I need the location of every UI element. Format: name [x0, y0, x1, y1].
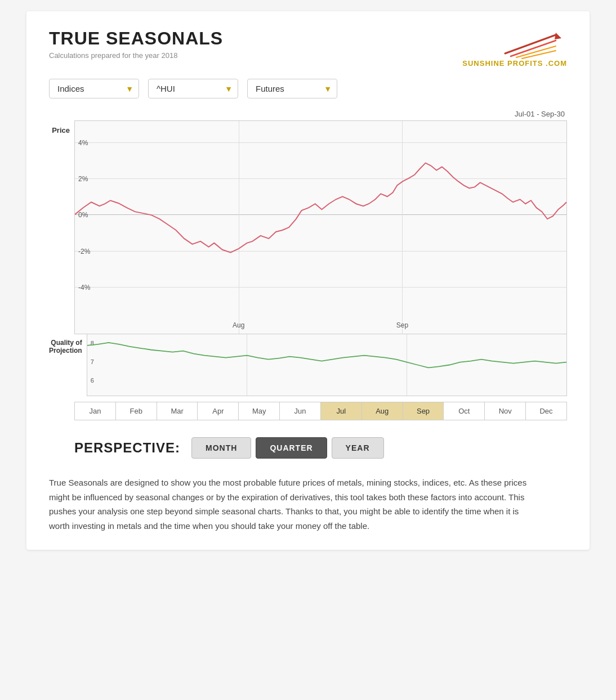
type-dropdown[interactable]: Futures Spot Options — [247, 79, 337, 98]
qop-inner: 8 7 6 — [87, 334, 567, 396]
qop-container: Quality ofProjection 8 7 6 — [49, 334, 567, 396]
price-chart-container: Price 4% 2% 0% -2% -4% — [49, 120, 567, 334]
logo-text: SUNSHINE PROFITS .COM — [462, 59, 567, 68]
header: TRUE SEASONALS Calculations prepared for… — [49, 28, 567, 68]
category-dropdown[interactable]: Indices Metals Stocks — [49, 79, 139, 98]
dropdowns-row: Indices Metals Stocks ▼ ^HUI ^GOLD ^SPX … — [49, 79, 567, 98]
month-jul[interactable]: Jul — [321, 402, 362, 420]
qop-svg — [87, 334, 566, 396]
type-dropdown-wrapper: Futures Spot Options ▼ — [247, 79, 337, 98]
date-range: Jul-01 - Sep-30 — [49, 110, 565, 118]
page-title: TRUE SEASONALS — [49, 28, 223, 49]
month-feb[interactable]: Feb — [116, 402, 157, 420]
month-apr[interactable]: Apr — [198, 402, 239, 420]
svg-line-0 — [505, 35, 556, 53]
price-y-label: Price — [49, 120, 74, 334]
persp-year-button[interactable]: YEAR — [332, 437, 384, 459]
symbol-dropdown-wrapper: ^HUI ^GOLD ^SPX ▼ — [148, 79, 238, 98]
perspective-buttons: MONTH QUARTER YEAR — [191, 437, 383, 459]
svg-marker-4 — [555, 33, 561, 39]
logo-profits: PROFITS — [507, 59, 543, 68]
month-bar: Jan Feb Mar Apr May Jun Jul Aug Sep Oct … — [74, 402, 567, 420]
category-dropdown-wrapper: Indices Metals Stocks ▼ — [49, 79, 139, 98]
month-mar[interactable]: Mar — [157, 402, 198, 420]
persp-quarter-button[interactable]: QUARTER — [256, 437, 327, 459]
main-container: TRUE SEASONALS Calculations prepared for… — [26, 11, 590, 550]
subtitle: Calculations prepared for the year 2018 — [49, 51, 223, 60]
logo-sunshine: SUNSHINE — [462, 59, 505, 68]
logo-dotcom: .COM — [546, 59, 567, 68]
month-jan[interactable]: Jan — [75, 402, 116, 420]
price-chart-inner: 4% 2% 0% -2% -4% — [74, 120, 567, 334]
month-sep[interactable]: Sep — [403, 402, 444, 420]
perspective-row: PERSPECTIVE: MONTH QUARTER YEAR — [74, 437, 567, 459]
description: True Seasonals are designed to show you … — [49, 475, 533, 533]
month-aug[interactable]: Aug — [362, 402, 403, 420]
month-oct[interactable]: Oct — [444, 402, 485, 420]
logo-graphic — [494, 28, 567, 59]
price-chart-section: Jul-01 - Sep-30 Price 4% 2% 0% -2% — [49, 110, 567, 334]
chart-aug-label: Aug — [233, 321, 244, 329]
symbol-dropdown[interactable]: ^HUI ^GOLD ^SPX — [148, 79, 238, 98]
persp-month-button[interactable]: MONTH — [191, 437, 251, 459]
month-nov[interactable]: Nov — [485, 402, 526, 420]
header-left: TRUE SEASONALS Calculations prepared for… — [49, 28, 223, 60]
price-svg — [75, 121, 566, 334]
chart-sep-label: Sep — [396, 321, 408, 329]
month-dec[interactable]: Dec — [526, 402, 566, 420]
month-jun[interactable]: Jun — [280, 402, 321, 420]
perspective-label: PERSPECTIVE: — [74, 440, 180, 456]
qop-label: Quality ofProjection — [49, 334, 87, 396]
month-may[interactable]: May — [239, 402, 280, 420]
logo: SUNSHINE PROFITS .COM — [462, 28, 567, 68]
